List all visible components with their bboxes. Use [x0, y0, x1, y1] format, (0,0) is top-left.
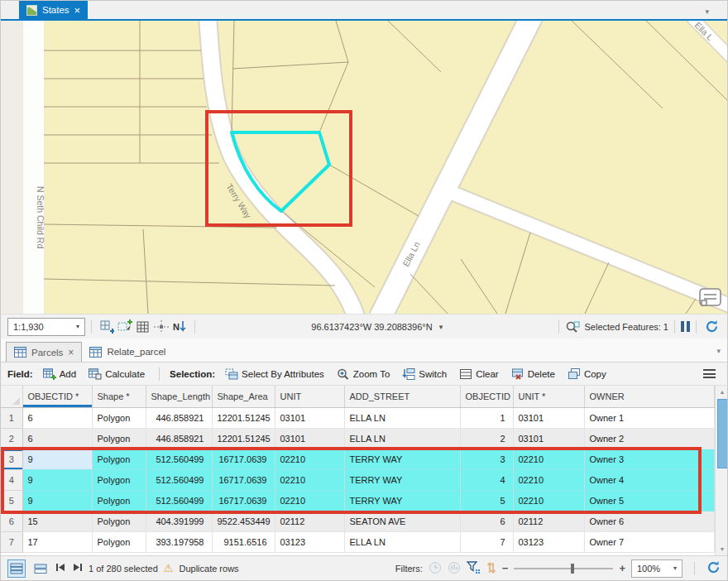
table-cell[interactable]: 404.391999	[146, 511, 212, 531]
slider-thumb[interactable]	[571, 564, 574, 574]
table-cell[interactable]: 02210	[275, 449, 344, 469]
table-cell[interactable]: 15	[22, 511, 92, 531]
form-view-icon[interactable]	[31, 559, 50, 578]
table-cell[interactable]: Owner 7	[584, 531, 714, 552]
north-arrow-icon[interactable]: N	[170, 319, 189, 335]
row-number[interactable]: 1	[1, 407, 22, 428]
table-cell[interactable]: Polygon	[92, 511, 146, 531]
table-cell[interactable]: 02210	[513, 490, 584, 511]
table-cell[interactable]: 9	[22, 469, 92, 490]
column-header[interactable]: OBJECTID	[460, 386, 513, 407]
table-cell[interactable]: 16717.0639	[212, 449, 275, 469]
zoom-out-icon[interactable]: −	[502, 562, 509, 574]
column-header[interactable]: UNIT *	[513, 386, 584, 407]
coordinate-readout[interactable]: 96.6137423°W 39.2088396°N ▾	[201, 322, 553, 332]
table-cell[interactable]: 12201.51245	[212, 428, 275, 449]
table-cell[interactable]: 446.858921	[146, 428, 212, 449]
zoom-in-icon[interactable]: +	[619, 562, 625, 574]
vertical-scrollbar[interactable]: ▲ ▼	[715, 386, 728, 555]
table-cell[interactable]: 4	[460, 469, 513, 490]
table-cell[interactable]: 6	[22, 428, 92, 449]
map-note-icon[interactable]	[700, 289, 721, 305]
table-cell[interactable]: Owner 3	[584, 449, 714, 469]
close-icon[interactable]: ×	[74, 5, 81, 16]
table-cell[interactable]: 03101	[513, 407, 584, 428]
table-cell[interactable]: Owner 6	[584, 511, 714, 531]
switch-selection-button[interactable]: Switch	[398, 367, 451, 382]
table-cell[interactable]: 02210	[513, 449, 584, 469]
column-header[interactable]: Shape_Area	[212, 386, 275, 407]
table-cell[interactable]: TERRY WAY	[344, 469, 460, 490]
map-canvas[interactable]: N Seth Child Rd Terry Way Ella Ln Ella L	[1, 21, 727, 314]
table-cell[interactable]: Polygon	[92, 449, 146, 469]
table-cell[interactable]: 6	[460, 511, 513, 531]
table-cell[interactable]: 03101	[275, 407, 344, 428]
table-cell[interactable]: SEATON AVE	[344, 511, 460, 531]
table-tab-relate-parcel[interactable]: Relate_parcel	[82, 342, 173, 362]
table-cell[interactable]: 17	[22, 531, 92, 552]
pause-drawing-icon[interactable]	[681, 321, 690, 332]
zoom-slider[interactable]	[514, 563, 613, 574]
table-grid-icon[interactable]	[134, 319, 152, 335]
scrollbar-down-icon[interactable]: ▼	[716, 546, 728, 552]
scrollbar-up-icon[interactable]: ▲	[716, 389, 728, 395]
snapping-crosshair-icon[interactable]	[152, 319, 170, 335]
duplicate-rows-link[interactable]: Duplicate rows	[179, 564, 238, 574]
table-cell[interactable]: ELLA LN	[344, 428, 460, 449]
column-header[interactable]: Shape_Length	[146, 386, 212, 407]
map-scale-combo[interactable]: 1:1,930 ▾	[7, 318, 85, 336]
table-view-icon[interactable]	[7, 559, 26, 578]
table-cell[interactable]: 03101	[275, 428, 344, 449]
menu-icon[interactable]	[703, 367, 716, 381]
clear-selection-button[interactable]: Clear	[455, 367, 502, 382]
refresh-icon[interactable]	[706, 560, 721, 576]
table-cell[interactable]: 02210	[275, 469, 344, 490]
table-cell[interactable]: 2	[460, 428, 513, 449]
table-cell[interactable]: 02210	[275, 490, 344, 511]
table-cell[interactable]: 512.560499	[146, 490, 212, 511]
select-by-attributes-button[interactable]: Select By Attributes	[221, 367, 328, 382]
table-cell[interactable]: 03123	[275, 531, 344, 552]
table-cell[interactable]: 16717.0639	[212, 469, 275, 490]
table-cell[interactable]: Owner 4	[584, 469, 714, 490]
table-cell[interactable]: TERRY WAY	[344, 490, 460, 511]
table-tab-parcels[interactable]: Parcels ×	[6, 342, 82, 362]
table-cell[interactable]: Owner 1	[584, 407, 714, 428]
refresh-icon[interactable]	[702, 319, 721, 335]
table-cell[interactable]: Owner 5	[584, 490, 714, 511]
table-cell[interactable]: 5	[460, 490, 513, 511]
scrollbar-thumb[interactable]	[717, 399, 728, 468]
zoom-level-combo[interactable]: 100% ▾	[631, 559, 682, 578]
map-view-tab-states[interactable]: States ×	[19, 1, 88, 19]
table-cell[interactable]: 9522.453449	[212, 511, 275, 531]
table-cell[interactable]: 7	[460, 531, 513, 552]
row-number[interactable]: 6	[1, 511, 22, 531]
table-cell[interactable]: 6	[22, 407, 92, 428]
table-cell[interactable]: Polygon	[92, 531, 146, 552]
add-field-button[interactable]: Add	[39, 367, 80, 382]
delete-selection-button[interactable]: Delete	[507, 367, 559, 382]
first-record-icon[interactable]	[55, 563, 66, 574]
last-record-icon[interactable]	[72, 563, 83, 574]
table-cell[interactable]: 1	[460, 407, 513, 428]
table-cell[interactable]: Polygon	[92, 428, 146, 449]
table-cell[interactable]: 02112	[275, 511, 344, 531]
tab-overflow-chevron-icon[interactable]: ▾	[716, 347, 721, 355]
row-number[interactable]: 5	[1, 490, 22, 511]
copy-button[interactable]: Copy	[563, 367, 611, 382]
column-header[interactable]: OWNER	[584, 386, 714, 407]
table-cell[interactable]: Polygon	[92, 469, 146, 490]
table-cell[interactable]: 393.197958	[146, 531, 212, 552]
column-header[interactable]: UNIT	[275, 386, 344, 407]
row-number[interactable]: 2	[1, 428, 22, 449]
filter-icon[interactable]	[467, 561, 481, 575]
table-cell[interactable]: 9151.6516	[212, 531, 275, 552]
select-features-icon[interactable]	[116, 319, 134, 335]
column-header[interactable]: OBJECTID *	[22, 386, 92, 407]
table-cell[interactable]: 446.858921	[146, 407, 212, 428]
column-header[interactable]: ADD_STREET	[344, 386, 460, 407]
table-cell[interactable]: 03101	[513, 428, 584, 449]
zoom-to-button[interactable]: Zoom To	[333, 367, 395, 382]
sort-icon[interactable]	[486, 561, 496, 576]
table-cell[interactable]: 512.560499	[146, 449, 212, 469]
